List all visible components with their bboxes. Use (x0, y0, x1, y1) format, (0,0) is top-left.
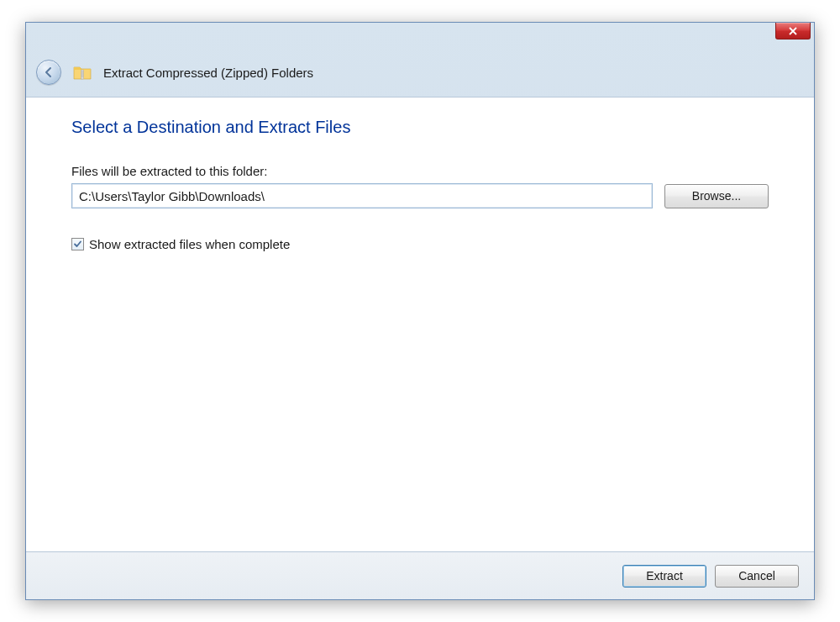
svg-rect-0 (81, 70, 84, 79)
extract-dialog: Extract Compressed (Zipped) Folders Sele… (25, 22, 815, 600)
wizard-title: Extract Compressed (Zipped) Folders (103, 66, 313, 80)
page-heading: Select a Destination and Extract Files (71, 118, 769, 137)
show-files-checkbox-row: Show extracted files when complete (71, 237, 769, 251)
back-arrow-icon (43, 66, 55, 78)
extract-button[interactable]: Extract (622, 565, 706, 588)
close-icon (789, 27, 797, 35)
checkmark-icon (73, 240, 82, 249)
content-panel: Select a Destination and Extract Files F… (26, 97, 814, 552)
titlebar (26, 23, 814, 48)
destination-path-input[interactable] (71, 183, 653, 208)
cancel-button[interactable]: Cancel (715, 565, 799, 588)
show-files-checkbox[interactable] (71, 238, 84, 250)
browse-button[interactable]: Browse... (664, 184, 769, 208)
show-files-checkbox-label[interactable]: Show extracted files when complete (89, 237, 290, 251)
path-row: Browse... (71, 183, 769, 208)
back-button[interactable] (36, 60, 61, 85)
header-nav: Extract Compressed (Zipped) Folders (26, 48, 814, 97)
zip-folder-icon (73, 64, 92, 81)
close-button[interactable] (775, 23, 811, 40)
dialog-footer: Extract Cancel (26, 552, 814, 599)
path-label: Files will be extracted to this folder: (71, 164, 769, 178)
